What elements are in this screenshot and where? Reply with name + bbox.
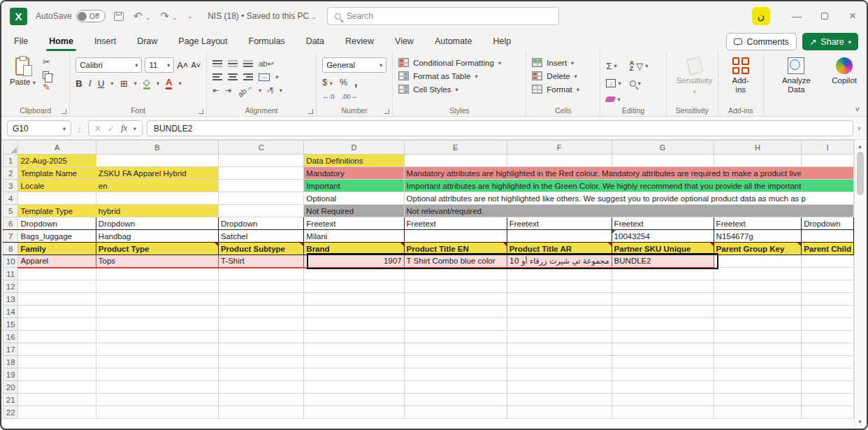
row-header-22[interactable]: 22 (3, 406, 18, 419)
find-select-button[interactable]: ▾ (630, 80, 649, 87)
cell-D16[interactable] (304, 331, 404, 343)
cell-I8[interactable]: Parent Child (802, 243, 854, 255)
cell-A1[interactable]: 22-Aug-2025 (18, 155, 96, 167)
addins-button[interactable]: Add-ins (724, 56, 758, 105)
cell-B3[interactable]: en (96, 180, 218, 192)
cell-D13[interactable] (304, 293, 404, 306)
cell-H20[interactable] (714, 381, 802, 394)
cell-E10[interactable]: T Shirt Combo blue color (404, 255, 507, 268)
cell-D14[interactable] (304, 306, 404, 318)
cell-I16[interactable] (802, 331, 854, 343)
analyze-data-button[interactable]: Analyze Data (769, 56, 824, 105)
close-button[interactable]: × (839, 1, 867, 31)
row-header-1[interactable]: 1 (3, 155, 18, 167)
cell-D20[interactable] (304, 381, 404, 394)
align-center-button[interactable] (228, 73, 238, 80)
expand-formula-bar-icon[interactable]: ˅ (858, 125, 861, 132)
cell-B18[interactable] (96, 356, 218, 368)
cell-A14[interactable] (18, 306, 96, 318)
col-header-C[interactable]: C (218, 141, 303, 155)
confirm-entry-icon[interactable]: ✓ (108, 124, 115, 134)
tab-automate[interactable]: Automate (433, 34, 474, 49)
cell-F1[interactable] (507, 155, 612, 167)
cancel-entry-icon[interactable]: ✕ (94, 124, 101, 134)
cell-D12[interactable] (304, 280, 404, 293)
cell-H7[interactable]: N154677g (714, 230, 802, 243)
cell-D11[interactable] (304, 268, 404, 280)
cell-G22[interactable] (612, 406, 714, 419)
cell-G20[interactable] (612, 381, 714, 394)
cell-H17[interactable] (714, 343, 802, 356)
cell-E16[interactable] (404, 331, 507, 343)
cell-E1[interactable] (404, 155, 507, 167)
collapse-ribbon-icon[interactable]: ˅ (855, 105, 860, 113)
font-size-select[interactable]: 11▾ (145, 57, 174, 73)
cell-A7[interactable]: Bags_luggage (18, 230, 96, 243)
cell-G1[interactable] (612, 155, 714, 167)
cell-G17[interactable] (612, 343, 714, 356)
comma-button[interactable]: , (354, 76, 357, 89)
cell-C19[interactable] (218, 368, 303, 381)
cell-A22[interactable] (18, 406, 96, 419)
cell-C3[interactable] (218, 180, 303, 192)
font-color-button[interactable]: A (166, 77, 172, 89)
cell-A18[interactable] (18, 356, 96, 368)
cell-H10[interactable] (714, 255, 802, 268)
orientation-button[interactable]: ab→ (236, 82, 254, 99)
row-header-10[interactable]: 10 (3, 255, 18, 268)
col-header-A[interactable]: A (18, 141, 96, 155)
cell-C17[interactable] (218, 343, 303, 356)
row-header-2[interactable]: 2 (3, 167, 18, 180)
cell-G14[interactable] (612, 306, 714, 318)
cell-C20[interactable] (218, 381, 303, 394)
cell-D17[interactable] (304, 343, 404, 356)
cell-B1[interactable] (96, 155, 218, 167)
cell-B2[interactable]: ZSKU FA Apparel Hybrid (96, 167, 218, 180)
row-header-7[interactable]: 7 (3, 230, 18, 243)
cell-G16[interactable] (612, 331, 714, 343)
cell-C2[interactable] (218, 167, 303, 180)
percent-button[interactable]: % (340, 78, 347, 87)
cell-I19[interactable] (802, 368, 854, 381)
cell-F18[interactable] (507, 356, 612, 368)
cell-B12[interactable] (96, 280, 218, 293)
cell-I22[interactable] (802, 406, 854, 419)
cell-C15[interactable] (218, 318, 303, 331)
col-header-B[interactable]: B (96, 141, 218, 155)
number-dialog-launcher[interactable] (384, 109, 389, 114)
cell-I11[interactable] (802, 268, 854, 280)
cell-A4[interactable] (18, 192, 96, 205)
cell-A13[interactable] (18, 293, 96, 306)
tab-formulas[interactable]: Formulas (247, 34, 287, 49)
cell-B14[interactable] (96, 306, 218, 318)
cell-H8[interactable]: Parent Group Key (714, 243, 802, 255)
cell-B20[interactable] (96, 381, 218, 394)
document-title[interactable]: NIS (18) • Saved to this PC ⌄ (208, 11, 317, 21)
bold-button[interactable]: B (75, 78, 82, 89)
save-icon[interactable] (114, 12, 124, 21)
cell-H15[interactable] (714, 318, 802, 331)
cell-B8[interactable]: Product Type (96, 243, 218, 255)
wrap-text-button[interactable]: ab↩ (259, 59, 273, 69)
cell-F14[interactable] (507, 306, 612, 318)
cell-E5[interactable]: Not relevant/required. (404, 205, 853, 217)
cell-H13[interactable] (714, 293, 802, 306)
comments-button[interactable]: Comments (726, 33, 796, 50)
row-header-14[interactable]: 14 (3, 306, 18, 318)
scroll-down-icon[interactable]: ▼ (858, 415, 863, 427)
cell-B16[interactable] (96, 331, 218, 343)
cell-I10[interactable] (802, 255, 854, 268)
cell-D6[interactable]: Freetext (304, 217, 404, 230)
row-header-3[interactable]: 3 (3, 180, 18, 192)
cell-I1[interactable] (802, 155, 854, 167)
cut-icon[interactable]: ✂ (43, 57, 53, 67)
tab-page-layout[interactable]: Page Layout (177, 34, 229, 49)
conditional-formatting-button[interactable]: Conditional Formatting▾ (398, 58, 501, 67)
cell-F11[interactable] (507, 268, 612, 280)
cell-F22[interactable] (507, 406, 612, 419)
cell-H12[interactable] (714, 280, 802, 293)
row-header-8[interactable]: 8 (3, 243, 18, 255)
increase-decimal-button[interactable]: ←.0 (322, 92, 334, 100)
cell-H18[interactable] (714, 356, 802, 368)
underline-button[interactable]: U (98, 78, 104, 89)
